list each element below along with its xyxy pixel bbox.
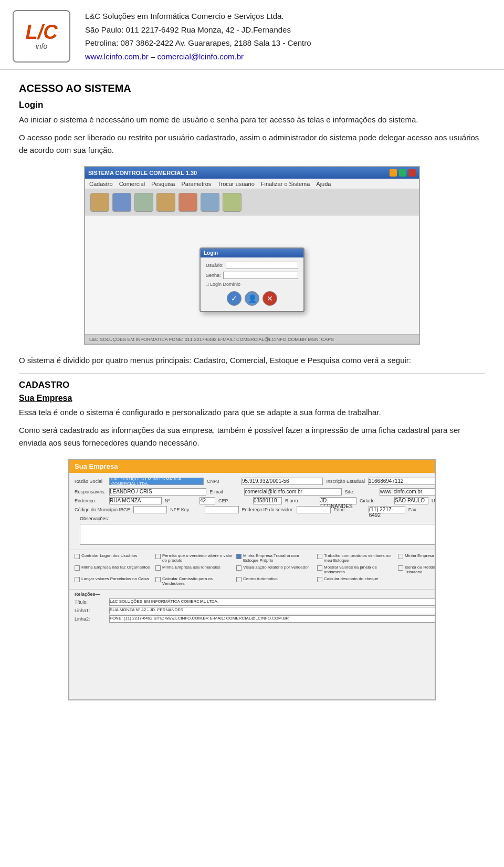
titlebar-text: SISTEMA CONTROLE COMERCIAL 1.30 xyxy=(88,170,387,176)
cb-sq-13 xyxy=(236,577,242,582)
toolbar-icon-3 xyxy=(134,193,153,212)
login-dominio-label: □ Login Domínio xyxy=(206,282,240,287)
senha-label: Senha: xyxy=(206,273,221,278)
login-buttons: ✓ 👤 ✕ xyxy=(206,291,298,306)
numero-input: 42 xyxy=(200,497,215,504)
toolbar-icon-7 xyxy=(223,193,242,212)
nfe-label: NFE Key xyxy=(170,507,202,512)
observacoes-area xyxy=(80,524,436,545)
razao-label: Razão Social xyxy=(75,479,106,484)
linha2-label: Linha2: xyxy=(75,616,106,622)
cb-sq-7 xyxy=(155,565,161,571)
endip-input xyxy=(297,506,330,513)
login-senha-field: Senha: xyxy=(206,272,298,279)
cb-estoque-proprio: Minha Empresa Trabalha com Estoque Própr… xyxy=(236,553,315,563)
close-btn xyxy=(408,169,416,177)
login-screenshot: SISTEMA CONTROLE COMERCIAL 1.30 Cadastro… xyxy=(84,166,420,345)
cb-sq-8 xyxy=(236,565,242,571)
nfe-input xyxy=(205,506,238,513)
ibge-row: Código do Município IBGE NFE Key Endereç… xyxy=(75,506,436,513)
login-paragraph1: Ao iniciar o sistema é necessário um nom… xyxy=(19,113,485,126)
endereco-input: RUA MONZA xyxy=(109,497,162,504)
cep-input: 03580110 xyxy=(253,497,282,504)
cb-sq-6 xyxy=(75,565,80,571)
linha1-label: Linha1: xyxy=(75,608,106,613)
menu-finalizar: Finalizar o Sistema xyxy=(261,181,310,187)
login-user-icon: 👤 xyxy=(245,291,259,306)
login-ok-btn: ✓ xyxy=(227,291,242,306)
form-main: Razão Social L&C SOLUÇÕES EM INFORMATICA… xyxy=(69,473,436,634)
bairro-input: JD. FERNANDES xyxy=(320,497,356,504)
sua-empresa-header: Sua Empresa xyxy=(69,460,435,473)
divider1 xyxy=(19,373,485,374)
cb-parcelados: Lançar valores Parcelados no Caixa xyxy=(75,576,153,586)
form-row-razao: Razão Social L&C SOLUÇÕES EM INFORMATICA… xyxy=(69,473,436,550)
login-dialog-title: Login xyxy=(201,249,303,257)
toolbar-icon-2 xyxy=(112,193,131,212)
cnpj-label: CNPJ xyxy=(207,479,238,484)
fone-input: (11) 2217-6492 xyxy=(369,506,405,513)
address-sao-paulo: São Paulo: 011 2217-6492 Rua Monza, 42 -… xyxy=(85,23,311,37)
toolbar-icon-5 xyxy=(178,193,197,212)
separator: – xyxy=(151,52,158,61)
login-usuario-field: Usuário: xyxy=(206,262,298,269)
cb-similares: Trabalho com produtos similares no meu E… xyxy=(317,553,396,563)
titulo-row: Título: L&C SOLUÇÕES EM INFORMÁTICA COME… xyxy=(75,598,436,606)
endereco-row: Endereço: RUA MONZA Nº 42 CEP 03580110 B… xyxy=(75,497,436,504)
obs-label-row: Observações: xyxy=(75,515,436,522)
site-input: www.lcinfo.com.br xyxy=(380,488,436,496)
linha2-input: FONE: (11) 2217-6492 SITE: www.LCINFO.CO… xyxy=(109,615,436,623)
fax-label: Fax: xyxy=(408,507,436,512)
cb-sq-2 xyxy=(155,554,161,559)
form-with-sidebar: Razão Social L&C SOLUÇÕES EM INFORMATICA… xyxy=(69,473,435,634)
responsavel-label: Responsáveis: xyxy=(75,489,106,494)
minimize-btn xyxy=(390,169,397,177)
email-input: comercial@lcinfo.com.br xyxy=(244,488,341,496)
email-link[interactable]: comercial@lcinfo.com.br xyxy=(158,52,244,61)
endereco-label: Endereço: xyxy=(75,498,106,503)
footer-text: L&C SOLUÇÕES EM INFORMATICA FONE: 011 22… xyxy=(89,337,334,342)
responsavel-row: Responsáveis: LEANDRO / CRIS E-mail come… xyxy=(75,488,436,496)
toolbar-icon-1 xyxy=(90,193,109,212)
linha2-row: Linha2: FONE: (11) 2217-6492 SITE: www.L… xyxy=(75,615,436,623)
maximize-btn xyxy=(399,169,406,177)
logo-lc-text: L/C xyxy=(25,22,57,42)
login-dialog: Login Usuário: Senha: □ Login Domínio ✓ … xyxy=(200,247,304,312)
login-cancel-btn: ✕ xyxy=(262,291,277,306)
login-paragraph2: O acesso pode ser liberado ou restrito p… xyxy=(19,131,485,157)
header: L/C info L&C Soluções em Informática Com… xyxy=(0,0,504,70)
cb-substituicao: Isenta ou Retida de Substituição Tributa… xyxy=(398,565,436,574)
menu-pesquisa: Pesquisa xyxy=(151,181,175,187)
toolbar-icon-6 xyxy=(201,193,219,212)
screenshot-toolbar xyxy=(85,189,419,215)
screenshot-body: Login Usuário: Senha: □ Login Domínio ✓ … xyxy=(85,215,419,344)
address-petrolina: Petrolina: 087 3862-2422 Av. Guararapes,… xyxy=(85,36,311,50)
menus-intro: O sistema é dividido por quatro menus pr… xyxy=(19,354,485,367)
razao-input: L&C SOLUÇÕES EM INFORMATICA COMERCIAL LT… xyxy=(109,478,204,485)
screenshot-menu: Cadastro Comercial Pesquisa Parametros T… xyxy=(85,179,419,189)
ibge-label: Código do Município IBGE xyxy=(75,507,130,512)
cb-sq-1 xyxy=(75,554,80,559)
fone-label: Fone: xyxy=(334,507,365,512)
inscricao-input: 116686947112 xyxy=(368,478,436,485)
cb-desconto-cheque: Calcular desconto do cheque xyxy=(317,576,396,586)
main-content: ACESSO AO SISTEMA Login Ao iniciar o sis… xyxy=(0,70,504,723)
website-link[interactable]: www.lcinfo.com.br xyxy=(85,52,149,61)
ibge-input xyxy=(133,506,167,513)
cb-sq-12 xyxy=(155,577,161,582)
numero-label: Nº xyxy=(165,498,196,503)
cb-sq-5 xyxy=(398,554,403,559)
cb-sq-4 xyxy=(317,554,322,559)
menu-parametros: Parametros xyxy=(181,181,211,187)
login-title: Login xyxy=(19,100,485,110)
sua-empresa-p2: Como será cadastrado as informações da s… xyxy=(19,424,485,449)
cnpj-input: 95.919.932/0001-56 xyxy=(242,478,323,485)
menu-ajuda: Ajuda xyxy=(316,181,331,187)
cidade-label: Cidade xyxy=(360,498,391,503)
company-logo: L/C info xyxy=(13,10,70,63)
relacoes-title: Relações— xyxy=(75,592,436,597)
relacoes-section: Relações— Título: L&C SOLUÇÕES EM INFORM… xyxy=(69,589,436,626)
logo-info-text: info xyxy=(36,42,48,50)
cb-altere-valor: Permita que o vendedor altere o valor do… xyxy=(155,553,234,563)
usuario-label: Usuário: xyxy=(206,263,224,268)
